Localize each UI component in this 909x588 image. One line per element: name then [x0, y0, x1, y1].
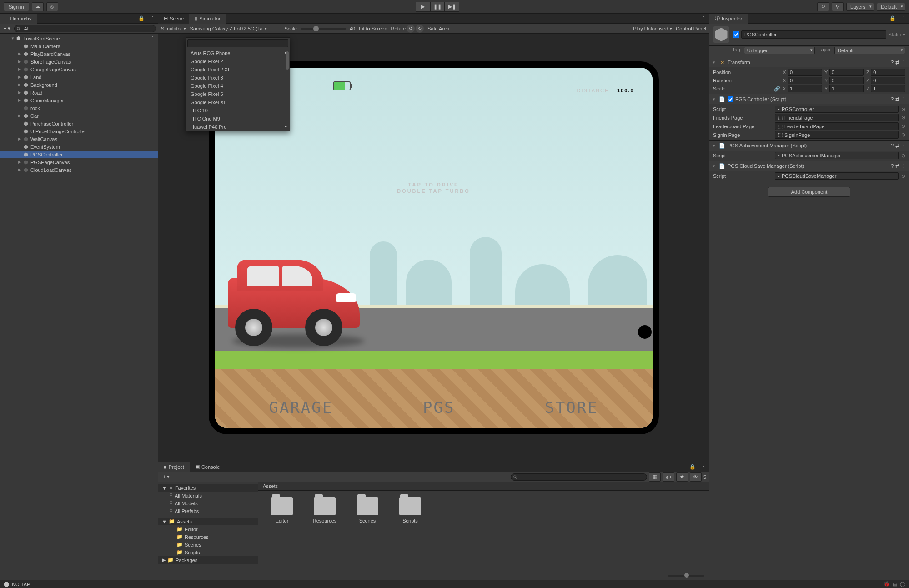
folder-tree-item[interactable]: 📁Scenes [158, 541, 258, 548]
hierarchy-item[interactable]: ▶Road [0, 89, 158, 96]
lock-icon[interactable]: 🔒 [887, 15, 899, 21]
preset-icon[interactable]: ⇄ [895, 143, 899, 149]
search-by-type-icon[interactable]: ▦ [649, 472, 661, 482]
hierarchy-item[interactable]: ▶CloudLoadCanvas [0, 166, 158, 174]
error-icon[interactable]: ⬤ [4, 581, 9, 587]
static-dropdown[interactable]: ▾ [903, 32, 905, 38]
vcs-icon[interactable]: ⎋ [46, 2, 58, 11]
hierarchy-item[interactable]: rock [0, 104, 158, 112]
hierarchy-tab[interactable]: ≡ Hierarchy [0, 14, 37, 24]
favorites-header[interactable]: ▼★Favorites [158, 484, 258, 492]
device-option[interactable]: Google Pixel 4 [186, 82, 290, 90]
help-icon[interactable]: ? [891, 60, 894, 65]
play-unfocused-dropdown[interactable]: Play Unfocused [633, 26, 672, 31]
layer-dropdown[interactable]: Default [834, 47, 905, 54]
progress-icon[interactable]: ◯ [900, 581, 905, 587]
object-picker-icon[interactable]: ⊙ [901, 132, 905, 138]
pos-z-field[interactable]: 0 [871, 69, 905, 76]
device-option[interactable]: Google Pixel XL [186, 98, 290, 106]
hierarchy-item[interactable]: ▶StorePageCanvas [0, 58, 158, 65]
object-picker-icon[interactable]: ⊙ [901, 153, 905, 159]
object-picker-icon[interactable]: ⊙ [901, 173, 905, 179]
menu-icon[interactable]: ⋮ [147, 15, 158, 21]
active-checkbox[interactable] [733, 31, 739, 38]
bug-icon[interactable]: 🐞 [884, 581, 890, 587]
undo-history-icon[interactable]: ↺ [817, 2, 829, 11]
object-picker-icon[interactable]: ⊙ [901, 115, 905, 121]
folder-tree-item[interactable]: 📁Resources [158, 533, 258, 541]
menu-icon[interactable]: ⋮ [901, 163, 906, 169]
garage-button[interactable]: GARAGE [269, 398, 333, 417]
leaderboard-field[interactable]: ⬚LeaderboardPage [775, 122, 899, 130]
search-by-label-icon[interactable]: 🏷 [663, 472, 674, 482]
scale-link-icon[interactable]: 🔗 [774, 86, 780, 92]
grid-size-slider[interactable] [668, 575, 704, 577]
play-button[interactable]: ▶ [416, 2, 430, 12]
asset-folder[interactable]: Scripts [396, 497, 425, 523]
help-icon[interactable]: ? [891, 143, 894, 149]
assets-header[interactable]: ▼📁Assets [158, 518, 258, 525]
rotate-ccw-button[interactable]: ↺ [407, 25, 415, 33]
scrollbar[interactable] [286, 48, 289, 130]
hierarchy-item[interactable]: ▶GameManager [0, 96, 158, 104]
hierarchy-item[interactable]: ▶WaitCanvas [0, 135, 158, 143]
rot-z-field[interactable]: 0 [871, 77, 905, 84]
favorite-item[interactable]: ⚲All Materials [158, 492, 258, 499]
hierarchy-item[interactable]: ▶Background [0, 81, 158, 89]
hierarchy-item[interactable]: ▶Land [0, 73, 158, 81]
device-option[interactable]: HTC 10 [186, 106, 290, 115]
save-search-icon[interactable]: ★ [676, 472, 688, 482]
scale-slider[interactable] [301, 28, 346, 30]
object-picker-icon[interactable]: ⊙ [901, 106, 905, 112]
folder-tree-item[interactable]: 📁Scripts [158, 548, 258, 556]
pgs-button[interactable]: PGS [423, 398, 455, 417]
device-option[interactable]: Google Pixel 2 XL [186, 65, 290, 74]
fit-to-screen-button[interactable]: Fit to Screen [359, 26, 387, 31]
scene-tab[interactable]: ⊞ Scene [158, 14, 189, 24]
hierarchy-item[interactable]: Main Camera [0, 42, 158, 50]
control-panel-button[interactable]: Control Panel [676, 26, 706, 31]
hierarchy-item[interactable]: UIPriceChangeController [0, 127, 158, 135]
simulator-tab[interactable]: ▯ Simulator [189, 14, 226, 24]
scl-y-field[interactable]: 1 [829, 85, 864, 92]
cloudsavemgr-header[interactable]: ▼ 📄 PGS Cloud Save Manager (Script) ?⇄⋮ [709, 161, 909, 171]
add-component-button[interactable]: Add Component [768, 187, 851, 197]
gameobject-icon[interactable] [713, 26, 729, 43]
pos-y-field[interactable]: 0 [829, 69, 864, 76]
breadcrumb[interactable]: Assets [258, 482, 709, 491]
signin-button[interactable]: Sign in [4, 2, 29, 11]
favorite-item[interactable]: ⚲All Models [158, 499, 258, 507]
hierarchy-item[interactable]: EventSystem [0, 143, 158, 151]
preset-icon[interactable]: ⇄ [895, 96, 899, 102]
simulator-mode-dropdown[interactable]: Simulator [161, 26, 186, 31]
asset-folder[interactable]: Resources [310, 497, 339, 523]
pos-x-field[interactable]: 0 [788, 69, 822, 76]
signin-field[interactable]: ⬚SigninPage [775, 131, 899, 139]
project-search[interactable] [511, 473, 647, 481]
menu-icon[interactable]: ⋮ [698, 15, 709, 21]
rot-x-field[interactable]: 0 [788, 77, 822, 84]
project-tab[interactable]: ■ Project [158, 462, 190, 472]
scl-z-field[interactable]: 1 [871, 85, 905, 92]
pgscontroller-header[interactable]: ▼ 📄 PGS Controller (Script) ?⇄⋮ [709, 94, 909, 104]
hidden-packages-icon[interactable]: 👁 [690, 472, 702, 482]
device-option[interactable]: Asus ROG Phone [186, 49, 290, 57]
scl-x-field[interactable]: 1 [788, 85, 822, 92]
device-option[interactable]: Google Pixel 5 [186, 90, 290, 98]
layers-dropdown[interactable]: Layers [846, 3, 874, 11]
preset-icon[interactable]: ⇄ [895, 60, 899, 65]
rot-y-field[interactable]: 0 [829, 77, 864, 84]
hierarchy-item[interactable]: PurchaseController [0, 120, 158, 127]
hierarchy-item[interactable]: ▶PGSPageCanvas [0, 158, 158, 166]
object-picker-icon[interactable]: ⊙ [901, 123, 905, 129]
menu-icon[interactable]: ⋮ [901, 60, 906, 65]
menu-icon[interactable]: ⋮ [901, 96, 906, 102]
lock-icon[interactable]: 🔒 [136, 15, 147, 21]
asset-folder[interactable]: Editor [267, 497, 296, 523]
pause-button[interactable]: ❚❚ [430, 2, 445, 12]
scene-root[interactable]: ▼ ⬢ TrivialKartScene ⋮ [0, 35, 158, 42]
menu-icon[interactable]: ⋮ [899, 15, 909, 21]
device-option[interactable]: Huawei P40 Pro [186, 123, 290, 131]
friends-field[interactable]: ⬚FriendsPage [775, 114, 899, 121]
device-option[interactable]: HTC One M9 [186, 115, 290, 123]
